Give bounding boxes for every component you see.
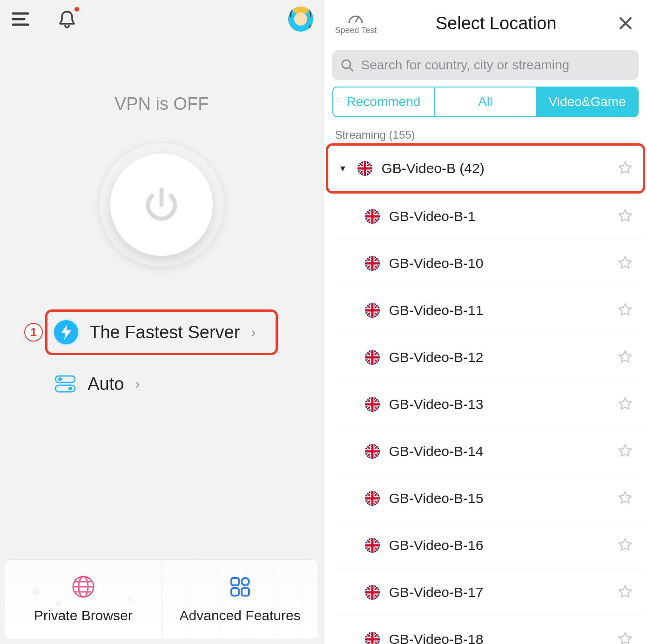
svg-point-3 bbox=[68, 387, 72, 390]
advanced-features-card[interactable]: Advanced Features bbox=[162, 560, 318, 639]
server-row[interactable]: GB-Video-B-15 bbox=[335, 475, 644, 522]
tab-recommend[interactable]: Recommend bbox=[333, 87, 434, 116]
fastest-server-button[interactable]: 1 The Fastest Server › bbox=[45, 309, 278, 355]
favorite-button[interactable] bbox=[618, 443, 632, 459]
chevron-right-icon: › bbox=[135, 376, 140, 392]
favorite-button[interactable] bbox=[618, 584, 632, 600]
flag-gb-icon bbox=[365, 538, 380, 553]
star-icon bbox=[618, 396, 632, 410]
grid-icon bbox=[229, 575, 252, 600]
favorite-button[interactable] bbox=[618, 208, 632, 224]
chevron-down-icon: ▼ bbox=[339, 164, 348, 174]
star-icon bbox=[618, 302, 632, 316]
server-row[interactable]: GB-Video-B-17 bbox=[335, 569, 644, 616]
speed-test-button[interactable]: Speed Test bbox=[335, 12, 377, 35]
favorite-button[interactable] bbox=[618, 490, 632, 506]
favorite-button[interactable] bbox=[618, 161, 632, 176]
server-row[interactable]: GB-Video-B-16 bbox=[335, 522, 644, 569]
search-input-container[interactable] bbox=[332, 50, 639, 80]
flag-gb-icon bbox=[365, 585, 380, 600]
auto-icon bbox=[54, 373, 76, 395]
favorite-button[interactable] bbox=[618, 302, 632, 318]
flag-gb-icon bbox=[365, 491, 380, 506]
power-button[interactable] bbox=[99, 142, 224, 268]
flag-gb-icon bbox=[365, 209, 380, 224]
server-row[interactable]: GB-Video-B-14 bbox=[335, 428, 644, 475]
server-row[interactable]: GB-Video-B-18 bbox=[335, 616, 644, 644]
server-label: GB-Video-B-12 bbox=[389, 349, 609, 365]
home-top-bar bbox=[0, 0, 324, 38]
svg-point-1 bbox=[58, 377, 62, 381]
advanced-features-label: Advanced Features bbox=[180, 608, 301, 624]
filter-tabs: Recommend All Video&Game bbox=[332, 87, 639, 117]
flag-gb-icon bbox=[365, 397, 380, 412]
svg-rect-9 bbox=[242, 588, 249, 596]
fastest-server-label: The Fastest Server bbox=[89, 322, 240, 342]
favorite-button[interactable] bbox=[618, 537, 632, 553]
star-icon bbox=[618, 443, 632, 457]
notification-dot-icon bbox=[74, 7, 79, 12]
server-row[interactable]: GB-Video-B-1 bbox=[335, 193, 644, 240]
flag-gb-icon bbox=[357, 161, 372, 176]
private-browser-card[interactable]: Private Browser bbox=[5, 560, 162, 639]
flag-gb-icon bbox=[365, 444, 380, 459]
favorite-button[interactable] bbox=[618, 349, 632, 365]
flag-gb-icon bbox=[365, 632, 380, 644]
close-icon bbox=[619, 16, 633, 30]
auto-mode-button[interactable]: Auto › bbox=[45, 361, 278, 407]
search-input[interactable] bbox=[360, 57, 631, 73]
server-row[interactable]: GB-Video-B-13 bbox=[335, 381, 644, 428]
favorite-button[interactable] bbox=[618, 396, 632, 412]
lightning-icon bbox=[54, 320, 78, 344]
server-label: GB-Video-B-1 bbox=[389, 208, 609, 224]
server-group-label: GB-Video-B (42) bbox=[382, 161, 609, 176]
server-group-row[interactable]: ▼ GB-Video-B (42) bbox=[328, 145, 644, 192]
star-icon bbox=[618, 208, 632, 222]
notifications-icon[interactable] bbox=[56, 8, 78, 30]
globe-icon bbox=[72, 575, 95, 600]
server-label: GB-Video-B-18 bbox=[389, 631, 609, 644]
server-label: GB-Video-B-11 bbox=[389, 302, 609, 318]
favorite-button[interactable] bbox=[618, 631, 632, 644]
server-label: GB-Video-B-17 bbox=[389, 584, 609, 600]
star-icon bbox=[618, 584, 632, 598]
tab-all[interactable]: All bbox=[434, 87, 536, 116]
flag-gb-icon bbox=[365, 303, 380, 318]
star-icon bbox=[618, 255, 632, 269]
menu-icon[interactable] bbox=[10, 8, 33, 30]
search-icon bbox=[341, 59, 354, 72]
power-icon bbox=[141, 184, 182, 226]
close-button[interactable] bbox=[615, 13, 636, 34]
location-pane: Speed Test Select Location Recommend All… bbox=[324, 0, 647, 644]
auto-mode-label: Auto bbox=[88, 374, 124, 394]
svg-rect-6 bbox=[231, 578, 239, 585]
star-icon bbox=[618, 349, 632, 363]
server-label: GB-Video-B-14 bbox=[389, 443, 609, 459]
gauge-icon bbox=[348, 12, 364, 25]
server-label: GB-Video-B-10 bbox=[389, 255, 609, 271]
star-icon bbox=[618, 537, 632, 551]
bottom-feature-cards: Private Browser Advanced Features bbox=[5, 559, 319, 639]
server-row[interactable]: GB-Video-B-10 bbox=[335, 240, 644, 287]
server-label: GB-Video-B-13 bbox=[389, 396, 609, 412]
server-label: GB-Video-B-15 bbox=[389, 490, 609, 506]
flag-gb-icon bbox=[365, 350, 380, 365]
chevron-right-icon: › bbox=[251, 324, 256, 340]
speed-test-label: Speed Test bbox=[335, 26, 377, 35]
star-icon bbox=[618, 490, 632, 504]
server-label: GB-Video-B-16 bbox=[389, 537, 609, 553]
section-label: Streaming (155) bbox=[324, 120, 647, 144]
flag-gb-icon bbox=[365, 256, 380, 271]
server-row[interactable]: GB-Video-B-11 bbox=[335, 287, 644, 334]
tab-video-game[interactable]: Video&Game bbox=[536, 87, 638, 116]
home-pane: VPN is OFF 1 The Fastest Server › bbox=[0, 0, 324, 644]
star-icon bbox=[618, 161, 632, 174]
vpn-status-label: VPN is OFF bbox=[0, 94, 324, 114]
page-title: Select Location bbox=[436, 13, 557, 34]
star-icon bbox=[618, 631, 632, 644]
avatar[interactable] bbox=[288, 7, 313, 32]
server-row[interactable]: GB-Video-B-12 bbox=[335, 334, 644, 381]
favorite-button[interactable] bbox=[618, 255, 632, 271]
svg-rect-8 bbox=[231, 588, 239, 596]
svg-point-7 bbox=[242, 578, 249, 585]
